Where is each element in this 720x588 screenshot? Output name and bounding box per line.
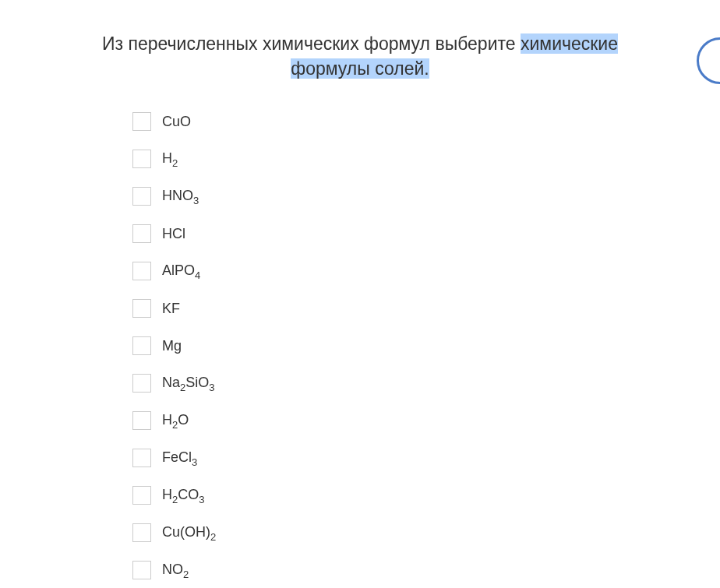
formula-label: KF (162, 301, 180, 317)
formula-label: HNO3 (162, 188, 199, 206)
option-item: KF (132, 299, 650, 318)
option-item: H2O (132, 411, 650, 430)
checkbox[interactable] (132, 561, 151, 579)
checkbox[interactable] (132, 299, 151, 318)
option-item: CuO (132, 112, 650, 131)
option-item: AlPO4 (132, 262, 650, 280)
formula-label: Cu(OH)2 (162, 524, 216, 543)
option-item: HCl (132, 224, 650, 243)
question-text: Из перечисленных химических формул выбер… (70, 31, 650, 81)
option-item: Na2SiO3 (132, 374, 650, 393)
formula-label: Na2SiO3 (162, 375, 215, 393)
checkbox[interactable] (132, 523, 151, 542)
option-item: NO2 (132, 561, 650, 579)
option-item: Cu(OH)2 (132, 523, 650, 542)
formula-label: Mg (162, 338, 182, 354)
checkbox[interactable] (132, 336, 151, 355)
formula-label: CuO (162, 114, 191, 130)
option-item: HNO3 (132, 187, 650, 206)
checkbox[interactable] (132, 150, 151, 168)
checkbox[interactable] (132, 187, 151, 206)
formula-label: H2CO3 (162, 487, 204, 505)
formula-label: NO2 (162, 562, 189, 580)
formula-label: HCl (162, 226, 185, 242)
option-item: FeCl3 (132, 449, 650, 467)
formula-label: AlPO4 (162, 262, 200, 281)
option-item: H2CO3 (132, 486, 650, 505)
checkbox[interactable] (132, 374, 151, 393)
checkbox[interactable] (132, 411, 151, 430)
option-item: Mg (132, 336, 650, 355)
checkbox[interactable] (132, 262, 151, 280)
checkbox[interactable] (132, 224, 151, 243)
checkbox[interactable] (132, 112, 151, 131)
formula-label: H2 (162, 150, 178, 169)
option-item: H2 (132, 150, 650, 168)
formula-label: H2O (162, 412, 189, 431)
question-container: Из перечисленных химических формул выбер… (0, 0, 720, 588)
question-prefix: Из перечисленных химических формул выбер… (102, 33, 521, 54)
checkbox[interactable] (132, 449, 151, 467)
options-list: CuOH2HNO3HClAlPO4KFMgNa2SiO3H2OFeCl3H2CO… (70, 112, 650, 579)
checkbox[interactable] (132, 486, 151, 505)
formula-label: FeCl3 (162, 449, 197, 468)
